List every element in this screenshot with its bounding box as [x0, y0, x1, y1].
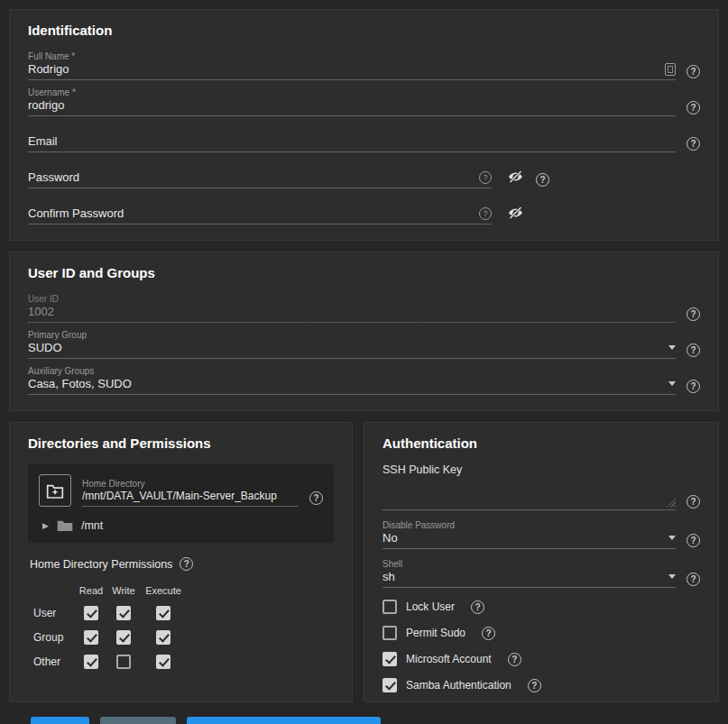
- download-ssh-public-key-button[interactable]: DOWNLOAD SSH PUBLIC KEY: [187, 717, 381, 724]
- help-icon[interactable]: [536, 173, 549, 187]
- shell-select[interactable]: sh: [382, 570, 676, 588]
- shell-field: Shell sh: [382, 558, 700, 588]
- email-field: Email: [28, 123, 700, 152]
- lock-user-option[interactable]: Lock User: [382, 600, 700, 614]
- toggle-password-visibility-icon[interactable]: [506, 169, 525, 188]
- chevron-down-icon: [668, 574, 676, 579]
- help-icon[interactable]: [687, 573, 700, 586]
- section-title: Identification: [28, 23, 700, 38]
- checkbox-user-write[interactable]: [116, 606, 131, 620]
- expand-arrow-icon[interactable]: [42, 522, 49, 530]
- help-icon[interactable]: [508, 653, 521, 666]
- user-id-label: User ID: [28, 293, 676, 305]
- section-title: User ID and Groups: [28, 265, 700, 280]
- auxiliary-groups-select[interactable]: Casa, Fotos, SUDO: [28, 377, 676, 395]
- primary-group-select[interactable]: SUDO: [28, 341, 676, 359]
- auxiliary-groups-label: Auxiliary Groups: [28, 365, 676, 377]
- username-value: rodrigo: [28, 98, 676, 112]
- row-user-label: User: [33, 607, 56, 619]
- checkbox-other-write[interactable]: [116, 655, 131, 669]
- full-name-field: Full Name * Rodrigo: [28, 50, 700, 80]
- help-icon[interactable]: [687, 65, 700, 78]
- option-label[interactable]: Permit Sudo: [406, 627, 465, 639]
- confirm-password-input[interactable]: Confirm Password: [28, 206, 492, 225]
- email-input[interactable]: Email: [28, 134, 676, 152]
- permit-sudo-option[interactable]: Permit Sudo: [382, 626, 700, 640]
- username-label: Username *: [28, 87, 676, 98]
- help-icon[interactable]: [180, 557, 193, 571]
- help-icon[interactable]: [687, 380, 700, 393]
- checkbox-user-read[interactable]: [84, 606, 98, 620]
- shell-value: sh: [382, 570, 661, 583]
- full-name-label: Full Name *: [28, 50, 676, 62]
- username-input[interactable]: rodrigo: [28, 98, 676, 116]
- two-column-area: Directories and Permissions Home Directo…: [9, 422, 719, 702]
- row-group-label: Group: [33, 631, 63, 644]
- checkbox-lock-user[interactable]: [382, 600, 397, 614]
- password-input[interactable]: Password: [28, 170, 492, 188]
- user-id-value: 1002: [28, 305, 676, 318]
- user-id-input: 1002: [28, 305, 676, 323]
- help-icon[interactable]: [687, 344, 700, 357]
- option-label[interactable]: Lock User: [406, 600, 455, 613]
- identification-section: Identification Full Name * Rodrigo Usern…: [9, 9, 719, 241]
- home-directory-label: Home Directory: [82, 478, 299, 490]
- authentication-section: Authentication SSH Public Key Disable Pa…: [364, 422, 719, 702]
- disable-password-value: No: [382, 531, 661, 545]
- help-icon[interactable]: [687, 307, 700, 321]
- folder-icon: [57, 519, 73, 532]
- user-id-field: User ID 1002: [28, 293, 700, 323]
- cancel-button[interactable]: CANCEL: [100, 717, 176, 724]
- checkbox-user-execute[interactable]: [156, 606, 170, 620]
- section-title: Directories and Permissions: [28, 435, 334, 451]
- section-title: Authentication: [382, 435, 700, 451]
- checkbox-group-read[interactable]: [84, 630, 98, 645]
- auxiliary-groups-value: Casa, Fotos, SUDO: [28, 377, 661, 390]
- action-buttons: SAVE CANCEL DOWNLOAD SSH PUBLIC KEY: [31, 717, 719, 724]
- home-directory-input[interactable]: /mnt/DATA_VAULT/Main-Server_Backup: [82, 490, 299, 507]
- chevron-down-icon: [668, 536, 676, 540]
- checkbox-other-read[interactable]: [84, 655, 98, 669]
- checkbox-permit-sudo[interactable]: [382, 626, 397, 640]
- ssh-public-key-textarea[interactable]: [382, 480, 676, 510]
- option-label[interactable]: Microsoft Account: [406, 653, 492, 665]
- chevron-down-icon: [668, 381, 676, 386]
- help-icon[interactable]: [482, 627, 495, 640]
- checkbox-samba-authentication[interactable]: [382, 678, 397, 692]
- full-name-value: Rodrigo: [28, 62, 658, 76]
- help-icon[interactable]: [687, 101, 700, 115]
- checkbox-group-write[interactable]: [116, 630, 131, 645]
- toggle-confirm-password-visibility-icon[interactable]: [506, 205, 525, 225]
- resize-handle[interactable]: [668, 499, 676, 507]
- tree-item-label: /mnt: [81, 519, 103, 532]
- add-folder-button[interactable]: [39, 474, 71, 507]
- option-label[interactable]: Samba Authentication: [406, 679, 511, 692]
- autofill-icon: [665, 63, 676, 76]
- ssh-public-key-label: SSH Public Key: [382, 463, 700, 476]
- help-icon[interactable]: [687, 495, 700, 509]
- help-icon[interactable]: [528, 679, 541, 692]
- user-id-groups-section: User ID and Groups User ID 1002 Primary …: [9, 252, 719, 411]
- home-directory-panel: Home Directory /mnt/DATA_VAULT/Main-Serv…: [28, 463, 334, 543]
- confirm-password-field: Confirm Password: [28, 195, 700, 225]
- primary-group-value: SUDO: [28, 341, 661, 354]
- checkbox-group-execute[interactable]: [156, 630, 170, 645]
- disable-password-select[interactable]: No: [382, 531, 676, 549]
- home-directory-value: /mnt/DATA_VAULT/Main-Server_Backup: [82, 490, 299, 502]
- folder-plus-icon: [46, 483, 64, 499]
- tree-item-mnt[interactable]: /mnt: [39, 519, 323, 532]
- checkbox-other-execute[interactable]: [156, 655, 170, 669]
- checkbox-microsoft-account[interactable]: [382, 652, 397, 666]
- help-icon[interactable]: [471, 600, 484, 614]
- full-name-input[interactable]: Rodrigo: [28, 62, 676, 80]
- username-field: Username * rodrigo: [28, 87, 700, 116]
- confirm-password-placeholder: Confirm Password: [28, 206, 472, 220]
- samba-authentication-option[interactable]: Samba Authentication: [382, 678, 700, 692]
- help-icon[interactable]: [687, 534, 700, 547]
- microsoft-account-option[interactable]: Microsoft Account: [382, 652, 700, 666]
- help-icon[interactable]: [309, 491, 323, 505]
- column-execute: Execute: [145, 585, 181, 596]
- save-button[interactable]: SAVE: [31, 717, 89, 724]
- chevron-down-icon: [668, 345, 676, 350]
- help-icon[interactable]: [687, 137, 700, 151]
